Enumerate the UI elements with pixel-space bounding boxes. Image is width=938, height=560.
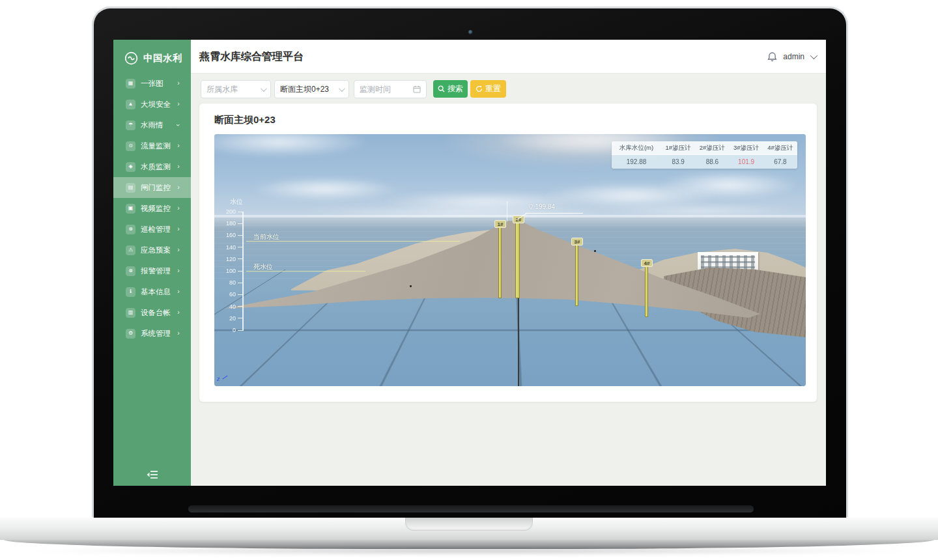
sidebar-menu-item[interactable]: ▦ 一张图 › — [113, 73, 191, 94]
sidebar-menu-item[interactable]: ▣ 视频监控 › — [113, 198, 191, 219]
reset-button[interactable]: 重置 — [470, 80, 506, 98]
laptop-screen-bezel: 中国水利 ▦ 一张图 › ▲ 大坝安全 › ☂ 水雨情 — [92, 7, 848, 518]
laptop-shadow — [26, 548, 912, 554]
dam-3d-viewport[interactable]: 水位 200 180 160 140 — [214, 134, 806, 386]
table-value-cell: 67.8 — [763, 155, 797, 169]
current-level-line — [246, 241, 460, 242]
axis-tick: 120 — [219, 256, 242, 262]
chevron-icon: › — [175, 124, 182, 126]
water-quality-icon: ◈ — [126, 162, 135, 172]
menu-item-label: 系统管理 — [141, 329, 177, 339]
sidebar-menu-item[interactable]: ⊙ 流量监测 › — [113, 135, 191, 156]
dam-safety-icon: ▲ — [126, 100, 135, 109]
monitor-time-input[interactable]: 监测时间 — [354, 80, 427, 98]
table-value-cell: 101.9 — [730, 155, 763, 169]
menu-item-label: 水雨情 — [141, 120, 177, 130]
axis-tick: 140 — [219, 244, 242, 250]
flow-monitor-icon: ⊙ — [126, 141, 135, 151]
axis-tick: 40 — [219, 303, 242, 309]
sidebar-menu-item[interactable]: ⊗ 报警管理 › — [113, 260, 191, 281]
table-header-cell: 水库水位(m) — [612, 141, 661, 154]
axis-tick: 60 — [219, 292, 242, 298]
card-title: 断面主坝0+23 — [214, 114, 276, 126]
elevation-annotation: ▽ 199.84 — [528, 203, 555, 210]
page-title: 燕霄水库综合管理平台 — [199, 40, 304, 74]
axis-tick: 200 — [219, 209, 242, 215]
table-value-cell: 88.6 — [695, 155, 729, 169]
dead-level-label: 死水位 — [253, 262, 273, 272]
basic-info-icon: ℹ — [126, 287, 135, 297]
piezometer-3-pole — [575, 245, 578, 306]
alarm-icon: ⊗ — [126, 266, 135, 276]
collapse-sidebar-icon — [146, 469, 159, 480]
axis-tick: 0 — [219, 328, 242, 333]
axis-tick: 180 — [219, 221, 242, 227]
water-rain-icon: ☂ — [126, 120, 135, 130]
menu-item-label: 流量监测 — [141, 141, 177, 151]
chevron-icon: › — [177, 204, 180, 212]
piezometer-1-tag: 1# — [494, 220, 506, 228]
axis-tick: 20 — [219, 315, 242, 321]
water-level-axis — [242, 212, 244, 331]
menu-item-label: 水质监测 — [141, 162, 177, 172]
menu-item-label: 视频监控 — [141, 204, 177, 214]
piezometer-4-tag: 4# — [641, 259, 653, 267]
refresh-icon — [476, 85, 483, 92]
section-select[interactable]: 断面主坝0+23 — [274, 80, 349, 98]
emergency-plan-icon: ⚠ — [126, 245, 135, 255]
video-monitor-icon: ▣ — [126, 204, 135, 214]
table-header-cell: 3#渗压计 — [730, 141, 763, 154]
chevron-icon: › — [177, 308, 180, 316]
piezometer-4-pole — [645, 266, 648, 317]
reservoir-select[interactable]: 所属水库 — [201, 80, 271, 98]
menu-item-label: 一张图 — [141, 79, 177, 89]
patrol-icon: ⊕ — [126, 225, 135, 234]
chevron-icon: › — [177, 100, 180, 107]
table-value-row: 192.8883.988.6101.967.8 — [612, 155, 797, 169]
collapse-sidebar-button[interactable] — [146, 469, 159, 480]
sidebar-menu-item[interactable]: ℹ 基本信息 › — [113, 281, 191, 302]
user-menu[interactable]: admin — [783, 52, 804, 61]
menu-item-label: 基本信息 — [141, 287, 177, 297]
table-value-cell: 83.9 — [661, 155, 695, 169]
dead-level-line — [246, 271, 365, 272]
sidebar-menu-item[interactable]: ◈ 水质监测 › — [113, 156, 191, 177]
sidebar-menu-item[interactable]: ▲ 大坝安全 › — [113, 94, 191, 115]
table-header-row: 水库水位(m)1#渗压计2#渗压计3#渗压计4#渗压计 — [612, 141, 797, 155]
chevron-icon: › — [177, 141, 180, 149]
chevron-icon: › — [177, 183, 180, 191]
sidebar: 中国水利 ▦ 一张图 › ▲ 大坝安全 › ☂ 水雨情 — [113, 40, 191, 486]
chevron-icon: › — [177, 245, 180, 253]
search-icon — [438, 85, 445, 92]
menu-item-label: 大坝安全 — [141, 100, 177, 109]
piezometer-1-pole — [498, 227, 502, 298]
section-plumb-line — [518, 298, 519, 386]
device-ledger-icon: ▥ — [126, 308, 135, 318]
gate-monitor-icon: ▤ — [126, 183, 135, 193]
table-header-cell: 2#渗压计 — [695, 141, 729, 154]
filter-bar: 所属水库 断面主坝0+23 监测时间 — [191, 74, 826, 105]
sidebar-menu-item[interactable]: ⊕ 巡检管理 › — [113, 219, 191, 240]
piezometer-3-tag: 3# — [571, 238, 583, 245]
piezometer-table: 水库水位(m)1#渗压计2#渗压计3#渗压计4#渗压计 192.8883.988… — [612, 141, 797, 169]
chevron-icon: › — [177, 266, 180, 274]
sidebar-menu-item[interactable]: ▤ 闸门监控 › — [113, 177, 191, 198]
notification-icon[interactable] — [767, 51, 777, 62]
sidebar-menu-item[interactable]: ⚙ 系统管理 › — [113, 323, 191, 344]
user-chevron-down-icon[interactable] — [810, 52, 817, 59]
axis-tick: 80 — [219, 280, 242, 286]
brand: 中国水利 — [113, 40, 191, 76]
sidebar-menu-item[interactable]: ⚠ 应急预案 › — [113, 240, 191, 260]
webcam-icon — [468, 30, 473, 35]
sidebar-menu-item[interactable]: ☂ 水雨情 › — [113, 115, 191, 135]
brand-logo-icon — [124, 51, 138, 65]
menu-item-label: 应急预案 — [141, 245, 177, 255]
axis-tick: 160 — [219, 232, 242, 238]
menu-item-label: 巡检管理 — [141, 225, 177, 234]
search-button[interactable]: 搜索 — [433, 80, 468, 98]
brand-name: 中国水利 — [143, 52, 182, 64]
sidebar-menu-item[interactable]: ▥ 设备台帐 › — [113, 302, 191, 323]
axis-title: 水位 — [230, 197, 243, 206]
map-icon: ▦ — [126, 79, 135, 89]
chevron-icon: › — [177, 162, 180, 170]
